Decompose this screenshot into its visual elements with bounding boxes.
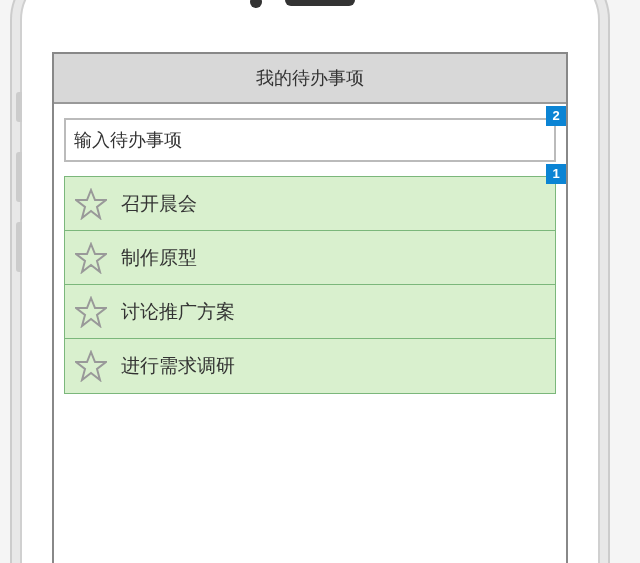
phone-side-button — [16, 92, 22, 122]
annotation-marker-2: 2 — [546, 106, 566, 126]
svg-marker-0 — [76, 190, 106, 218]
todo-item[interactable]: 制作原型 — [65, 231, 555, 285]
todo-input[interactable] — [64, 118, 556, 162]
phone-camera-dot — [250, 0, 262, 8]
app-screen: 我的待办事项 2 1 召开晨会 — [52, 52, 568, 563]
todo-list: 召开晨会 制作原型 讨论推广方案 — [64, 176, 556, 394]
todo-item[interactable]: 进行需求调研 — [65, 339, 555, 393]
svg-marker-3 — [76, 352, 106, 380]
todo-item-label: 制作原型 — [121, 245, 197, 271]
star-icon[interactable] — [75, 350, 107, 382]
content-area: 2 1 召开晨会 制作原型 — [54, 104, 566, 408]
annotation-marker-1: 1 — [546, 164, 566, 184]
star-icon[interactable] — [75, 242, 107, 274]
todo-item[interactable]: 召开晨会 — [65, 177, 555, 231]
star-icon[interactable] — [75, 296, 107, 328]
phone-speaker — [285, 0, 355, 6]
svg-marker-1 — [76, 244, 106, 272]
phone-frame: 我的待办事项 2 1 召开晨会 — [20, 0, 600, 563]
todo-item-label: 召开晨会 — [121, 191, 197, 217]
todo-item-label: 讨论推广方案 — [121, 299, 235, 325]
todo-list-wrapper: 1 召开晨会 制作原型 — [64, 176, 556, 394]
phone-side-button — [16, 222, 22, 272]
todo-item-label: 进行需求调研 — [121, 353, 235, 379]
todo-input-wrapper: 2 — [64, 118, 556, 162]
todo-item[interactable]: 讨论推广方案 — [65, 285, 555, 339]
svg-marker-2 — [76, 298, 106, 326]
page-title: 我的待办事项 — [54, 54, 566, 104]
star-icon[interactable] — [75, 188, 107, 220]
phone-side-button — [16, 152, 22, 202]
